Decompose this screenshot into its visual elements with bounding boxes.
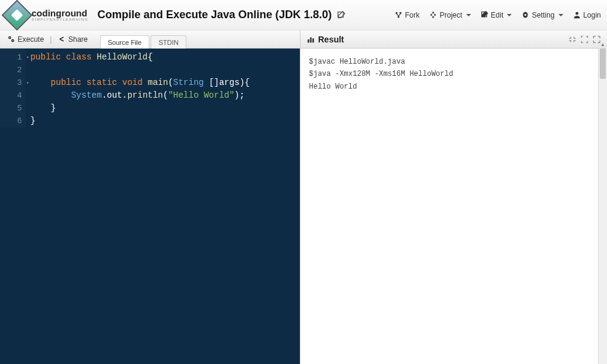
toolbar: Execute | Share Source File STDIN Result: [0, 30, 607, 49]
main-area: 1▾ 2 3▾ 4 5 6 public class HelloWorld{ p…: [0, 49, 607, 364]
execute-button[interactable]: Execute: [5, 34, 46, 45]
project-label: Project: [439, 11, 462, 19]
svg-point-14: [12, 40, 13, 41]
fold-icon[interactable]: ▾: [26, 51, 29, 64]
line-gutter: 1▾ 2 3▾ 4 5 6: [0, 49, 25, 127]
fold-icon[interactable]: ▾: [26, 76, 29, 89]
svg-point-10: [575, 12, 578, 15]
fork-label: Fork: [405, 11, 419, 19]
separator: |: [50, 35, 52, 44]
chevron-down-icon: [466, 14, 471, 16]
line-number: 6: [0, 115, 22, 127]
edit-label: Edit: [491, 11, 504, 19]
logo-main: codinground: [32, 8, 88, 18]
output-line: $javac HelloWorld.java: [309, 56, 599, 68]
fork-icon: [395, 11, 402, 19]
line-number: 2: [0, 64, 22, 76]
logo-icon: [2, 0, 33, 30]
share-icon: [58, 35, 66, 43]
user-icon: [573, 11, 581, 19]
code-editor[interactable]: 1▾ 2 3▾ 4 5 6 public class HelloWorld{ p…: [0, 49, 300, 364]
svg-point-9: [524, 14, 526, 16]
output-line: $java -Xmx128M -Xms16M HelloWorld: [309, 68, 599, 80]
setting-button[interactable]: Setting: [521, 11, 563, 19]
logo-sub: SIMPLYEASYLEARNING: [32, 18, 88, 21]
collapse-icon[interactable]: [568, 35, 577, 44]
editor-tabs: Source File STDIN: [100, 35, 188, 48]
scroll-up-icon[interactable]: ▲: [599, 41, 607, 49]
execute-label: Execute: [18, 35, 44, 44]
svg-rect-17: [313, 38, 314, 42]
project-button[interactable]: Project: [429, 11, 470, 19]
expand-icon[interactable]: [580, 35, 589, 44]
line-number: 4: [0, 89, 22, 102]
panel-controls: [568, 35, 601, 44]
share-label: Share: [68, 35, 87, 44]
header-bar: codinground SIMPLYEASYLEARNING Compile a…: [0, 0, 607, 30]
gear-icon: [521, 11, 529, 19]
setting-label: Setting: [532, 11, 554, 19]
edit-title-icon[interactable]: [337, 11, 345, 19]
cogs-icon: [7, 35, 15, 43]
code-content[interactable]: public class HelloWorld{ public static v…: [25, 49, 300, 127]
share-button[interactable]: Share: [55, 34, 90, 45]
chevron-down-icon: [558, 14, 563, 16]
login-label: Login: [583, 11, 601, 19]
svg-rect-16: [310, 37, 312, 42]
svg-point-1: [396, 12, 398, 14]
output-line: Hello World: [309, 81, 599, 93]
title-text: Compile and Execute Java Online (JDK 1.8…: [97, 8, 331, 21]
page-title: Compile and Execute Java Online (JDK 1.8…: [97, 8, 345, 21]
vertical-scrollbar[interactable]: ▲: [598, 49, 607, 364]
result-panel: $javac HelloWorld.java $java -Xmx128M -X…: [300, 49, 607, 364]
login-button[interactable]: Login: [573, 11, 601, 19]
tab-source-file[interactable]: Source File: [100, 35, 150, 49]
svg-rect-15: [308, 39, 310, 42]
logo-text: codinground SIMPLYEASYLEARNING: [32, 8, 88, 21]
editor-toolbar: Execute | Share Source File STDIN: [0, 30, 300, 48]
edit-icon: [481, 11, 489, 19]
chevron-down-icon: [507, 14, 512, 16]
logo[interactable]: codinground SIMPLYEASYLEARNING: [6, 4, 88, 26]
nav-right: Fork Project Edit Setting Login: [395, 11, 601, 19]
result-title: Result: [307, 35, 344, 44]
line-number: 5: [0, 102, 22, 115]
line-number: 1▾: [0, 51, 22, 64]
line-number: 3▾: [0, 76, 22, 89]
result-label: Result: [318, 35, 344, 44]
edit-button[interactable]: Edit: [481, 11, 512, 19]
scrollbar-thumb[interactable]: [600, 49, 606, 79]
tab-stdin[interactable]: STDIN: [151, 35, 186, 49]
svg-point-12: [9, 37, 10, 38]
result-toolbar: Result: [300, 30, 607, 48]
project-icon: [429, 11, 437, 19]
fork-button[interactable]: Fork: [395, 11, 419, 19]
bars-icon: [307, 35, 315, 44]
svg-point-2: [399, 12, 401, 14]
